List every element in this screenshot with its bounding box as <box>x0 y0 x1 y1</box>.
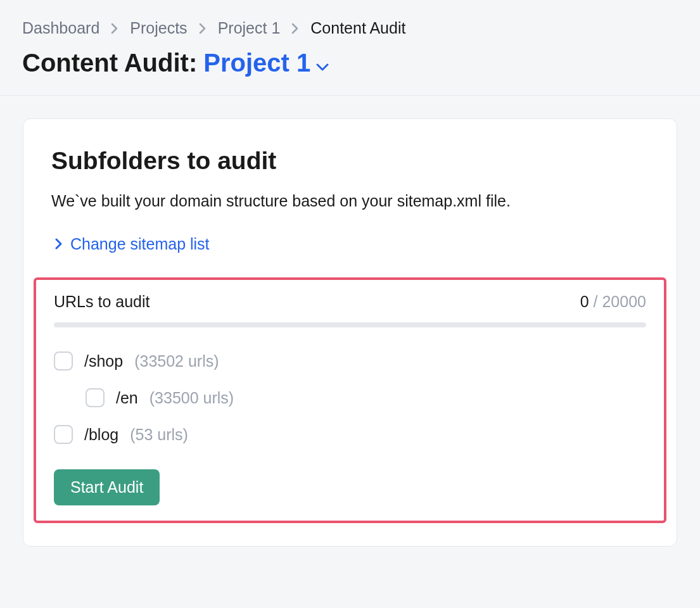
urls-used: 0 <box>580 293 589 310</box>
breadcrumb-dashboard[interactable]: Dashboard <box>22 19 99 37</box>
checkbox-blog[interactable] <box>54 425 73 444</box>
chevron-right-icon <box>291 23 299 34</box>
chevron-right-icon <box>199 23 207 34</box>
urls-to-audit-row: URLs to audit 0 / 20000 <box>54 293 646 311</box>
breadcrumb-project1[interactable]: Project 1 <box>218 19 281 37</box>
subfolders-card: Subfolders to audit We`ve built your dom… <box>23 118 677 547</box>
folder-path: /blog <box>84 426 118 444</box>
folder-row-en: /en (33500 urls) <box>54 388 646 407</box>
chevron-down-icon <box>315 63 329 72</box>
folder-list: /shop (33502 urls) /en (33500 urls) /blo… <box>54 352 646 444</box>
card-subtitle: We`ve built your domain structure based … <box>51 190 649 212</box>
urls-count: 0 / 20000 <box>580 293 646 311</box>
page-title-prefix: Content Audit: <box>22 49 197 77</box>
folder-row-shop: /shop (33502 urls) <box>54 352 646 370</box>
folder-count: (33500 urls) <box>150 389 234 407</box>
project-selector[interactable]: Project 1 <box>203 49 329 77</box>
breadcrumb-projects[interactable]: Projects <box>130 19 187 37</box>
urls-sep: / <box>589 293 602 310</box>
change-sitemap-link[interactable]: Change sitemap list <box>51 235 210 253</box>
folder-count: (53 urls) <box>130 426 188 444</box>
urls-label: URLs to audit <box>54 293 150 311</box>
breadcrumb: Dashboard Projects Project 1 Content Aud… <box>22 19 678 37</box>
chevron-right-icon <box>111 23 118 34</box>
checkbox-shop[interactable] <box>54 352 73 370</box>
folder-row-blog: /blog (53 urls) <box>54 425 646 444</box>
project-name: Project 1 <box>203 49 310 77</box>
card-title: Subfolders to audit <box>51 147 649 175</box>
urls-total: 20000 <box>602 293 646 310</box>
highlight-box: URLs to audit 0 / 20000 /shop (33502 url… <box>34 277 666 523</box>
change-sitemap-label: Change sitemap list <box>70 235 210 253</box>
checkbox-en[interactable] <box>86 388 105 407</box>
content-area: Subfolders to audit We`ve built your dom… <box>0 96 700 569</box>
urls-progress-bar <box>54 322 646 327</box>
folder-path: /en <box>116 389 138 407</box>
folder-count: (33502 urls) <box>134 352 219 370</box>
start-audit-button[interactable]: Start Audit <box>54 469 160 505</box>
chevron-right-icon <box>55 235 63 253</box>
folder-path: /shop <box>84 352 123 370</box>
breadcrumb-content-audit: Content Audit <box>310 19 405 37</box>
page-title: Content Audit: Project 1 <box>22 49 678 77</box>
page-header: Dashboard Projects Project 1 Content Aud… <box>0 0 700 96</box>
